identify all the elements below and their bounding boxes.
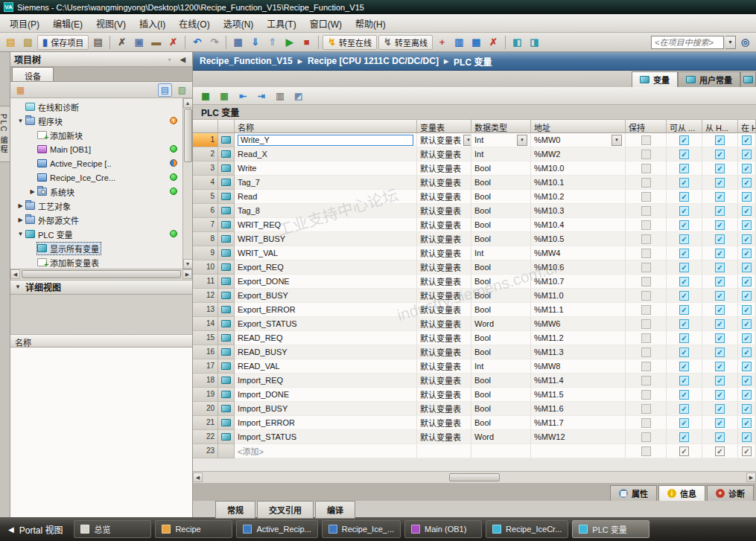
breadcrumb-item[interactable]: Recipe_Function_V15 [200, 56, 293, 66]
visible-in-hmi-checkbox[interactable] [742, 164, 752, 173]
accessible-from-hmi-checkbox[interactable] [679, 249, 689, 258]
taskbar-item[interactable]: Recipe_Ice_... [322, 520, 401, 538]
copy-button[interactable]: ▣ [131, 35, 147, 50]
tag-table-cell[interactable]: 默认变量表 [417, 359, 471, 374]
menu-item[interactable]: 选项(N) [217, 14, 261, 33]
row-number[interactable]: 15 [193, 331, 218, 345]
tag-table-cell[interactable]: 默认变量表 [417, 303, 471, 317]
name-cell[interactable]: Import_ERROR [235, 416, 417, 430]
taskbar-item[interactable]: Recipe_IceCr... [486, 520, 568, 538]
address-cell[interactable]: %MW6 [531, 317, 626, 331]
address-cell[interactable]: %M11.7 [531, 416, 626, 430]
data-type-cell[interactable]: Int [471, 359, 531, 374]
tree-item[interactable]: ▶外部源文件 [10, 213, 182, 227]
go-offline-button[interactable]: ↯转至离线 [378, 35, 433, 50]
tab-变量[interactable]: 变量 [632, 71, 678, 87]
retain-checkbox[interactable] [641, 432, 651, 442]
tag-table-cell[interactable]: 默认变量表 [417, 218, 471, 232]
tree-item[interactable]: Recipe_Ice_Cre... [10, 170, 182, 185]
breadcrumb-item[interactable]: PLC 变量 [454, 55, 492, 68]
writable-from-hmi-checkbox[interactable] [715, 333, 725, 343]
writable-from-hmi-checkbox[interactable] [715, 362, 725, 371]
tab-devices[interactable]: 设备 [12, 67, 54, 81]
address-cell[interactable]: %M11.3 [531, 345, 626, 359]
tag-table-cell[interactable]: 默认变量表 [417, 204, 471, 218]
retain-checkbox[interactable] [641, 178, 651, 188]
data-type-cell[interactable]: Bool [471, 331, 531, 345]
data-type-cell[interactable]: Int [471, 147, 531, 161]
name-cell[interactable]: WRIT_REQ [235, 218, 417, 232]
writable-from-hmi-checkbox[interactable] [715, 348, 725, 357]
address-cell[interactable]: %M10.4 [531, 218, 626, 232]
pin-panel-icon[interactable]: ▫ [164, 56, 175, 63]
visible-in-hmi-checkbox[interactable] [742, 291, 752, 301]
accessible-from-hmi-checkbox[interactable] [679, 178, 689, 188]
retain-checkbox[interactable] [641, 135, 651, 145]
tree-item[interactable]: 显示所有变量 [10, 241, 182, 255]
column-header[interactable]: 变量表 [417, 120, 471, 133]
data-type-cell[interactable]: Bool [471, 416, 531, 430]
table-horizontal-scrollbar[interactable]: ◀ ▶ [193, 471, 756, 483]
tree-item[interactable]: ▼程序块! [10, 114, 182, 128]
tag-table-cell[interactable]: 默认变量表 [417, 246, 471, 260]
writable-from-hmi-checkbox[interactable] [715, 446, 725, 456]
retain-checkbox[interactable] [641, 376, 651, 385]
row-number[interactable]: 3 [193, 161, 218, 176]
redo-button[interactable]: ↷ [206, 35, 222, 50]
scroll-right-icon[interactable]: ▶ [182, 269, 192, 279]
undo-button[interactable]: ↶ [189, 35, 205, 50]
visible-in-hmi-checkbox[interactable] [742, 135, 752, 145]
accessible-from-hmi-checkbox[interactable] [679, 277, 689, 286]
data-type-cell[interactable]: Bool [471, 402, 531, 416]
column-header[interactable]: 数据类型 [471, 120, 531, 133]
dropdown-icon[interactable]: ▼ [463, 135, 471, 146]
monitor-all-button[interactable]: ▥ [273, 89, 288, 103]
address-cell[interactable]: %M10.1 [531, 176, 626, 190]
visible-in-hmi-checkbox[interactable] [742, 418, 752, 428]
tag-table-cell[interactable]: 默认变量表 [417, 331, 471, 345]
data-type-cell[interactable]: Word [471, 430, 531, 444]
data-type-cell[interactable]: Bool [471, 303, 531, 317]
data-type-cell[interactable]: Bool [471, 176, 531, 190]
address-cell[interactable]: %MW12 [531, 430, 626, 444]
row-number[interactable]: 20 [193, 402, 218, 416]
scroll-left-icon[interactable]: ◀ [10, 269, 20, 279]
row-number[interactable]: 11 [193, 275, 218, 289]
writable-from-hmi-checkbox[interactable] [715, 263, 725, 272]
insert-row-button[interactable]: ▦ [217, 89, 232, 103]
visible-in-hmi-checkbox[interactable] [742, 390, 752, 400]
data-type-cell[interactable]: Bool [471, 161, 531, 176]
row-number[interactable]: 4 [193, 176, 218, 190]
data-type-cell[interactable]: Bool [471, 289, 531, 303]
address-cell[interactable]: %MW8 [531, 359, 626, 374]
add-tag-button[interactable]: ▦ [198, 89, 213, 103]
retain-checkbox[interactable] [641, 319, 651, 329]
cut-button[interactable]: ✗ [114, 35, 130, 50]
retain-checkbox[interactable] [641, 333, 651, 343]
address-cell[interactable]: %M10.3 [531, 204, 626, 218]
data-type-cell[interactable]: Bool [471, 190, 531, 204]
tab-编译[interactable]: 编译 [315, 501, 355, 519]
visible-in-hmi-checkbox[interactable] [742, 376, 752, 385]
collapse-icon[interactable]: ▼ [16, 231, 25, 237]
writable-from-hmi-checkbox[interactable] [715, 206, 725, 216]
tag-table-cell[interactable]: 默认变量表 [417, 430, 471, 444]
new-project-button[interactable]: ▤ [3, 35, 19, 50]
expand-icon[interactable]: ▶ [28, 188, 36, 195]
tab-plc-programming[interactable]: PLC 编程 [0, 106, 10, 162]
row-number[interactable]: 2 [193, 147, 218, 161]
writable-from-hmi-checkbox[interactable] [715, 150, 725, 159]
menu-item[interactable]: 插入(I) [133, 14, 172, 33]
data-type-cell[interactable]: Int▼ [471, 133, 531, 147]
name-cell[interactable]: Import_DONE [235, 388, 417, 402]
visible-in-hmi-checkbox[interactable] [742, 305, 752, 315]
tree-scroll-thumb[interactable] [184, 109, 192, 162]
row-number[interactable]: 23 [193, 444, 218, 458]
tab-partial[interactable] [740, 71, 756, 87]
stop-cpu-button[interactable]: ■ [299, 35, 314, 50]
accessible-from-hmi-checkbox[interactable] [679, 192, 689, 202]
menu-item[interactable]: 窗口(W) [303, 14, 349, 33]
tab-用户常量[interactable]: 用户常量 [678, 71, 740, 87]
name-cell[interactable]: <添加> [235, 444, 417, 458]
visible-in-hmi-checkbox[interactable] [742, 249, 752, 258]
